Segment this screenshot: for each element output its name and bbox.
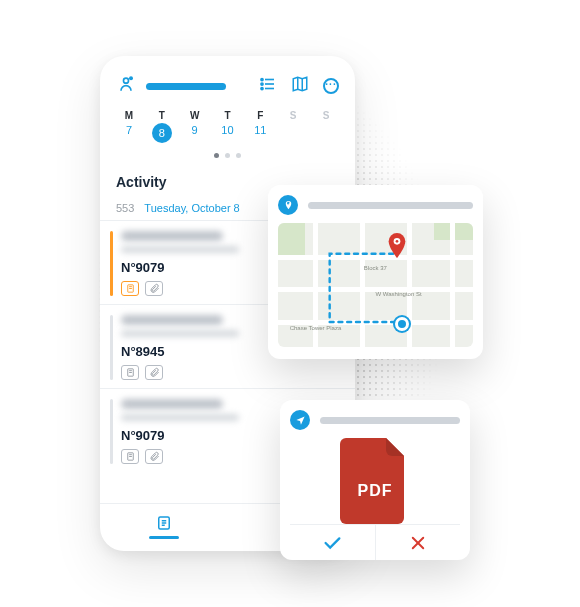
status-bar (110, 315, 113, 380)
day-header: F (247, 110, 273, 121)
day-cell[interactable]: T10 (214, 110, 240, 143)
document-icon[interactable] (121, 449, 139, 464)
tab-activity[interactable] (100, 504, 228, 551)
map-preview[interactable]: Block 37 W Washington St Chase Tower Pla… (278, 223, 473, 347)
header: ··· (100, 56, 355, 106)
svg-point-6 (261, 83, 263, 85)
page-dots (100, 149, 355, 166)
activity-subtitle-redacted (121, 330, 239, 337)
document-icon[interactable] (121, 281, 139, 296)
map-view-icon[interactable] (291, 75, 309, 97)
day-cell[interactable]: F11 (247, 110, 273, 143)
accept-button[interactable] (290, 525, 375, 560)
svg-point-0 (124, 78, 129, 83)
destination-pin-icon[interactable] (387, 233, 407, 259)
pdf-card: PDF (280, 400, 470, 560)
more-icon[interactable]: ··· (323, 78, 339, 94)
pdf-card-title-placeholder (320, 417, 460, 424)
day-cell[interactable]: S (280, 110, 306, 143)
activity-subtitle-redacted (121, 414, 239, 421)
day-number: 8 (152, 123, 172, 143)
pdf-file-icon: PDF (340, 438, 410, 524)
reject-button[interactable] (375, 525, 461, 560)
location-icon (278, 195, 298, 215)
svg-point-23 (396, 240, 399, 243)
activity-date-label: Tuesday, October 8 (144, 202, 239, 214)
day-header: S (313, 110, 339, 121)
day-cell[interactable]: T8 (149, 110, 175, 143)
day-header: T (214, 110, 240, 121)
activity-count: 553 (116, 202, 134, 214)
activity-title-redacted (121, 231, 223, 241)
svg-point-5 (261, 78, 263, 80)
day-header: W (182, 110, 208, 121)
status-bar (110, 399, 113, 464)
attachment-icon[interactable] (145, 449, 163, 464)
svg-point-7 (261, 87, 263, 89)
activity-subtitle-redacted (121, 246, 239, 253)
day-cell[interactable]: W9 (182, 110, 208, 143)
day-number: 9 (182, 124, 208, 136)
day-header: S (280, 110, 306, 121)
activity-title-redacted (121, 399, 223, 409)
document-icon[interactable] (121, 365, 139, 380)
svg-point-1 (129, 76, 133, 80)
day-number: 10 (214, 124, 240, 136)
header-title-placeholder (146, 83, 226, 90)
pdf-preview[interactable]: PDF (290, 438, 460, 524)
user-location-icon[interactable] (116, 74, 136, 98)
day-number: 7 (116, 124, 142, 136)
map-card: Block 37 W Washington St Chase Tower Pla… (268, 185, 483, 359)
day-header: M (116, 110, 142, 121)
map-card-title-placeholder (308, 202, 473, 209)
attachment-icon[interactable] (145, 281, 163, 296)
send-icon (290, 410, 310, 430)
activity-title-redacted (121, 315, 223, 325)
status-bar (110, 231, 113, 296)
week-strip: M7T8W9T10F11SS (100, 106, 355, 149)
day-cell[interactable]: S (313, 110, 339, 143)
day-number: 11 (247, 124, 273, 136)
attachment-icon[interactable] (145, 365, 163, 380)
day-cell[interactable]: M7 (116, 110, 142, 143)
list-view-icon[interactable] (259, 75, 277, 97)
day-header: T (149, 110, 175, 121)
route-line (278, 223, 473, 347)
